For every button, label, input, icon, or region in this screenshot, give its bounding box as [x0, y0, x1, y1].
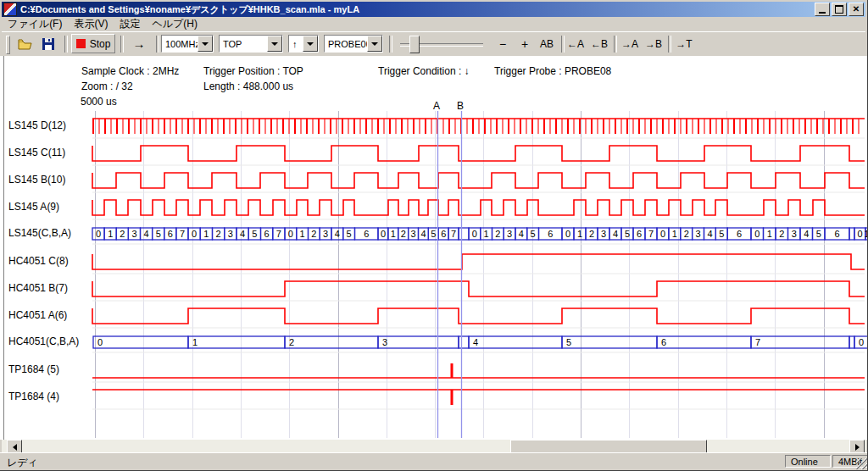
- toolbar-separator: [389, 36, 392, 53]
- svg-text:4: 4: [707, 229, 712, 239]
- svg-text:5: 5: [531, 229, 536, 239]
- minimize-button[interactable]: [815, 3, 830, 16]
- menu-help[interactable]: ヘルプ(H): [146, 16, 203, 32]
- svg-text:0: 0: [859, 337, 864, 347]
- svg-text:1: 1: [192, 337, 198, 347]
- dropdown-arrow-icon[interactable]: [303, 36, 318, 52]
- zoom-in-button[interactable]: +: [515, 34, 534, 53]
- svg-text:6: 6: [168, 229, 173, 239]
- trigger-probe-select[interactable]: PROBE00: [324, 35, 383, 53]
- svg-text:2: 2: [289, 337, 294, 347]
- svg-text:1: 1: [108, 229, 113, 239]
- svg-text:7: 7: [648, 229, 654, 239]
- menu-bar: ファイル(F) 表示(V) 設定 ヘルプ(H): [2, 17, 865, 31]
- svg-text:4: 4: [420, 229, 426, 239]
- svg-text:5: 5: [566, 337, 571, 347]
- resize-grip[interactable]: [856, 458, 867, 469]
- svg-text:6: 6: [661, 337, 666, 347]
- svg-text:3: 3: [696, 229, 701, 239]
- svg-text:5: 5: [347, 229, 352, 239]
- window-title: C:¥Documents and Settings¥noname¥デスクトップ¥…: [20, 3, 815, 16]
- goto-a-fwd-button[interactable]: →A: [619, 34, 641, 53]
- svg-text:0: 0: [660, 229, 665, 239]
- single-run-button[interactable]: →: [125, 34, 153, 53]
- svg-text:0: 0: [96, 229, 101, 239]
- svg-text:4: 4: [144, 229, 149, 239]
- svg-text:0: 0: [97, 337, 103, 347]
- goto-a-back-button[interactable]: ←A: [565, 34, 587, 53]
- svg-text:1: 1: [484, 229, 489, 239]
- dropdown-arrow-icon[interactable]: [267, 36, 282, 52]
- svg-text:3: 3: [382, 337, 387, 347]
- svg-text:2: 2: [311, 229, 316, 239]
- zoom-slider-thumb[interactable]: [409, 36, 420, 53]
- title-bar: C:¥Documents and Settings¥noname¥デスクトップ¥…: [2, 2, 865, 17]
- dropdown-arrow-icon[interactable]: [367, 36, 382, 52]
- svg-text:3: 3: [228, 229, 233, 239]
- svg-text:7: 7: [276, 229, 281, 239]
- open-button[interactable]: [14, 34, 36, 53]
- svg-text:0: 0: [565, 229, 570, 239]
- svg-text:0: 0: [857, 229, 862, 239]
- waveform-canvas[interactable]: 0123456701234567012345601234567012345601…: [0, 56, 868, 440]
- goto-trigger-button[interactable]: →T: [673, 34, 695, 53]
- svg-text:0: 0: [192, 229, 197, 239]
- save-button[interactable]: [37, 34, 59, 53]
- svg-text:7: 7: [180, 229, 185, 239]
- toolbar-grip[interactable]: [6, 36, 10, 54]
- app-icon: [3, 3, 17, 16]
- ab-cursor-button[interactable]: AB: [536, 34, 558, 53]
- toolbar-separator: [614, 36, 617, 53]
- maximize-button[interactable]: [832, 3, 847, 16]
- svg-text:3: 3: [131, 229, 136, 239]
- app-window: C:¥Documents and Settings¥noname¥デスクトップ¥…: [0, 0, 868, 471]
- svg-text:1: 1: [203, 229, 209, 239]
- minimize-icon: [819, 12, 826, 14]
- menu-file[interactable]: ファイル(F): [2, 16, 68, 32]
- menu-settings[interactable]: 設定: [114, 16, 146, 32]
- maximize-icon: [835, 5, 843, 14]
- dropdown-arrow-icon[interactable]: [198, 36, 213, 52]
- stop-button[interactable]: Stop: [71, 34, 115, 53]
- sample-clock-select[interactable]: 100MHz: [161, 35, 214, 53]
- toolbar: Stop → 100MHz TOP ↑ PROBE00 − + AB ←A ←B: [2, 31, 865, 56]
- svg-text:3: 3: [792, 229, 797, 239]
- svg-text:6: 6: [834, 229, 839, 239]
- svg-text:2: 2: [120, 229, 125, 239]
- horizontal-scrollbar[interactable]: [2, 440, 866, 453]
- goto-b-fwd-button[interactable]: →B: [643, 34, 665, 53]
- svg-text:1: 1: [300, 229, 305, 239]
- svg-text:6: 6: [548, 229, 553, 239]
- waveform-area[interactable]: Sample Clock : 2MHz Trigger Position : T…: [0, 56, 868, 440]
- toolbar-separator: [120, 36, 124, 53]
- svg-text:1: 1: [767, 229, 772, 239]
- svg-text:2: 2: [216, 229, 221, 239]
- svg-text:3: 3: [411, 229, 416, 239]
- trigger-position-select[interactable]: TOP: [219, 35, 283, 53]
- svg-text:5: 5: [719, 229, 724, 239]
- svg-text:2: 2: [589, 229, 594, 239]
- svg-text:5: 5: [625, 229, 630, 239]
- toolbar-separator: [156, 36, 159, 53]
- zoom-out-button[interactable]: −: [493, 34, 512, 53]
- close-button[interactable]: ✕: [849, 3, 864, 16]
- svg-text:1: 1: [864, 229, 868, 239]
- svg-text:1: 1: [577, 229, 582, 239]
- close-icon: ✕: [853, 5, 860, 14]
- menu-view[interactable]: 表示(V): [68, 16, 114, 32]
- stop-icon: [76, 39, 86, 48]
- open-folder-icon: [18, 38, 32, 50]
- trigger-edge-select[interactable]: ↑: [288, 35, 319, 53]
- svg-text:0: 0: [381, 229, 386, 239]
- goto-b-back-button[interactable]: ←B: [588, 34, 610, 53]
- svg-text:3: 3: [507, 229, 512, 239]
- svg-text:6: 6: [637, 229, 642, 239]
- toolbar-separator: [668, 36, 671, 53]
- svg-text:5: 5: [252, 229, 257, 239]
- svg-text:5: 5: [156, 229, 161, 239]
- svg-text:2: 2: [495, 229, 500, 239]
- svg-text:3: 3: [601, 229, 606, 239]
- svg-text:2: 2: [779, 229, 784, 239]
- svg-text:4: 4: [473, 337, 478, 347]
- svg-text:3: 3: [323, 229, 328, 239]
